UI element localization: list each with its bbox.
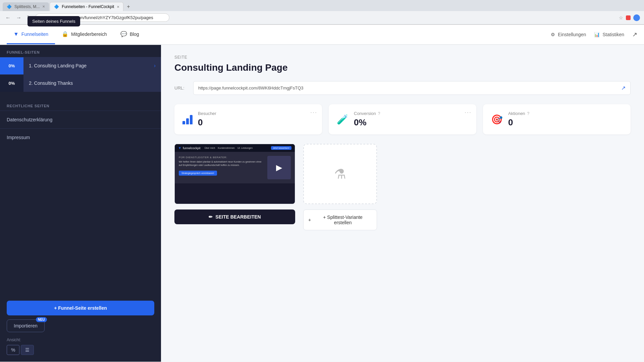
new-tab-button[interactable]: + [124,2,132,11]
nav-mitgliederbereich[interactable]: 🔒 Mitgliederbereich [55,25,114,44]
tab2-close[interactable]: ✕ [117,5,119,9]
browser-chrome: 🔷 Splittests, M... ✕ 🔷 Funnelseiten - Fu… [0,0,644,25]
tab-bar: 🔷 Splittests, M... ✕ 🔷 Funnelseiten - Fu… [0,0,644,11]
aktionen-help-icon[interactable]: ? [527,111,530,116]
page1-arrow: › [154,63,161,69]
page1-percent: 0% [0,57,23,74]
statistics-icon: 📊 [594,32,600,37]
url-value: https://page.funnelcockpit.com/8WK6HddcT… [198,85,304,90]
tooltip-text: Seiten deines Funnels [32,19,75,24]
legal-datenschutz[interactable]: Datenschutzerklärung [0,111,161,128]
edit-page-button[interactable]: ✏ SEITE BEARBEITEN [174,209,295,224]
mini-hero: FÜR DIENSTLEISTER & BERATER: Wir helfen … [175,152,295,183]
ansicht-label: Ansicht: [7,338,154,342]
funnel-page-item-2[interactable]: 0% 2. Consulting Thanks [0,74,161,92]
mini-cta: Jetzt bewerben! [271,146,291,150]
besucher-value: 0 [198,117,314,128]
mini-link-3: Ut. Leistungen [237,147,253,149]
content-area: SEITE Consulting Landing Page URL: https… [161,45,644,362]
stat-card-conversion: 🧪 Conversion ? 0% ··· [329,104,476,134]
page2-title: 2. Consulting Thanks [23,74,161,92]
address-bar: ← → ↻ ☆ [0,11,644,24]
besucher-label: Besucher [198,111,314,116]
browser-toolbar-icons: ☆ [619,14,640,21]
edit-icon: ✏ [209,214,213,220]
view-list-button[interactable]: ☰ [21,345,34,355]
url-label: URL: [174,85,188,90]
stat-card-aktionen: 🎯 Aktionen ? 0 [483,104,631,134]
conversion-menu[interactable]: ··· [465,109,472,116]
star-icon[interactable]: ☆ [619,15,623,20]
view-percent-button[interactable]: % [7,345,19,355]
nav-right: ⚙ Einstellungen 📊 Statistiken ↗ [551,31,637,38]
splittest-area: ⚗ + + Splittest-Variante erstellen [303,144,377,230]
top-nav: ▼ Funnelseiten 🔒 Mitgliederbereich 💬 Blo… [0,25,644,45]
funnel-icon: ▼ [13,31,19,37]
previews-row: ▼ funnelcockpit Über mich Kundenstimmen … [174,144,631,230]
chat-icon: 💬 [120,31,127,37]
page2-percent: 0% [0,75,23,92]
legal-impressum[interactable]: Impressum [0,128,161,146]
tab1-close[interactable]: ✕ [42,5,45,8]
neu-badge: NEU [36,317,47,322]
settings-icon: ⚙ [551,32,555,37]
splittest-flask-icon: ⚗ [334,166,346,182]
import-row: Importieren NEU [7,319,154,332]
nav-mitgliederbereich-label: Mitgliederbereich [71,32,107,37]
conversion-help-icon[interactable]: ? [378,111,380,116]
mini-text-block: FÜR DIENSTLEISTER & BERATER: Wir helfen … [179,156,263,179]
mini-nav: ▼ funnelcockpit Über mich Kundenstimmen … [175,144,295,152]
page-preview-thumbnail: ▼ funnelcockpit Über mich Kundenstimmen … [174,144,295,204]
sidebar-bottom: + Funnel-Seite erstellen Importieren NEU… [0,294,161,362]
external-link-icon[interactable]: ↗ [621,85,626,91]
mini-cta-button: Strategiegespräch vereinbaren! [179,171,217,176]
import-button-label: Importieren [14,323,38,328]
mini-logo: ▼ funnelcockpit [178,146,200,150]
main-layout: FUNNEL-SEITEN 0% 1. Consulting Landing P… [0,45,644,362]
aktionen-label: Aktionen ? [508,111,623,116]
nav-blog[interactable]: 💬 Blog [114,25,146,44]
mini-link-2: Kundenstimmen [218,147,235,149]
nav-funnelseiten-label: Funnelseiten [21,32,48,37]
lock-icon: 🔒 [62,31,68,37]
profile-icon[interactable] [633,14,640,21]
create-splittest-button[interactable]: + + Splittest-Variante erstellen [303,209,377,230]
nav-funnelseiten[interactable]: ▼ Funnelseiten [7,25,55,44]
create-funnel-page-button[interactable]: + Funnel-Seite erstellen [7,301,154,315]
nav-items: ▼ Funnelseiten 🔒 Mitgliederbereich 💬 Blo… [7,25,551,44]
tab1-favicon: 🔷 [7,4,12,9]
aktionen-info: Aktionen ? 0 [508,111,623,128]
funnel-page-item-1[interactable]: 0% 1. Consulting Landing Page › [0,57,161,74]
extension-icon [626,15,631,20]
tab2-label: Funnelseiten - FunnelCockpit [62,4,114,9]
legal-pages-section-label: RECHTLICHE SEITEN [0,99,161,111]
share-icon: ↗ [632,31,637,38]
browser-tab-2[interactable]: 🔷 Funnelseiten - FunnelCockpit ✕ [50,2,123,11]
import-button[interactable]: Importieren NEU [7,319,45,332]
page-title: Consulting Landing Page [174,62,631,73]
nav-einstellungen[interactable]: ⚙ Einstellungen [551,32,586,37]
nav-share[interactable]: ↗ [632,31,637,38]
conversion-label: Conversion ? [354,111,468,116]
mini-logo-icon: ▼ [178,146,181,150]
nav-statistiken[interactable]: 📊 Statistiken [594,32,624,37]
tab2-favicon: 🔷 [54,4,59,9]
forward-button[interactable]: → [15,13,23,22]
stats-row: Besucher 0 ··· 🧪 Conversion ? 0% [174,104,631,134]
besucher-menu[interactable]: ··· [310,109,317,116]
mini-nav-links: Über mich Kundenstimmen Ut. Leistungen [204,147,253,149]
seite-label: SEITE [174,55,631,60]
create-splittest-label: + Splittest-Variante erstellen [314,215,372,225]
conversion-info: Conversion ? 0% [354,111,468,128]
funnel-pages-section-label: FUNNEL-SEITEN [0,45,161,57]
mini-image-block: ▶ [267,156,291,179]
besucher-info: Besucher 0 [198,111,314,128]
browser-tab-1[interactable]: 🔷 Splittests, M... ✕ [3,2,49,11]
page-preview: ▼ funnelcockpit Über mich Kundenstimmen … [174,144,295,224]
funnel-tooltip: Seiten deines Funnels [28,16,80,26]
back-button[interactable]: ← [4,13,12,22]
bar-chart-icon [182,114,193,124]
url-field: https://page.funnelcockpit.com/8WK6HddcT… [193,81,631,95]
app-container: ▼ Funnelseiten 🔒 Mitgliederbereich 💬 Blo… [0,25,644,362]
sidebar: FUNNEL-SEITEN 0% 1. Consulting Landing P… [0,45,161,362]
